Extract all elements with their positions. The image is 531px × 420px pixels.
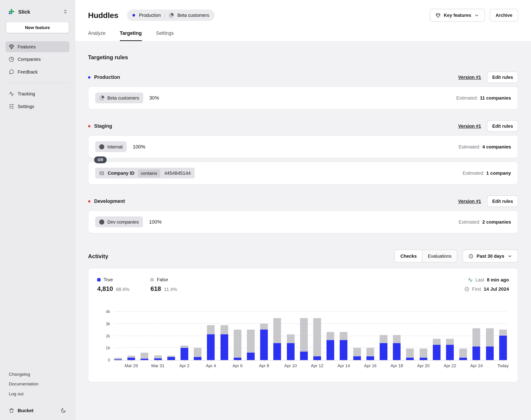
segment-pill[interactable]: Beta customers	[95, 92, 143, 103]
chevrons-up-down-icon[interactable]	[63, 9, 68, 14]
attribute-rule-pill[interactable]: Company ID contains 4454845144	[95, 168, 195, 179]
new-feature-button[interactable]: New feature	[6, 22, 69, 33]
x-axis-tick	[370, 360, 371, 361]
tab-settings[interactable]: Settings	[156, 30, 174, 41]
stacked-bar[interactable]	[419, 348, 427, 360]
stacked-bar[interactable]	[247, 330, 255, 360]
true-count: 4,810	[97, 285, 113, 293]
stacked-bar[interactable]	[180, 345, 188, 360]
chevron-down-icon	[474, 13, 479, 18]
stacked-bar[interactable]	[393, 335, 401, 360]
bar-slot: Apr 20	[419, 348, 427, 360]
stacked-bar[interactable]	[486, 328, 494, 360]
stacked-bar[interactable]	[154, 355, 162, 360]
bar-slot: Apr 24	[473, 328, 481, 360]
id-card-icon	[99, 171, 104, 176]
bar-segment-true	[234, 358, 241, 360]
stacked-bar[interactable]	[473, 328, 481, 360]
segment-circle-icon	[99, 144, 104, 149]
stacked-bar[interactable]	[313, 318, 321, 360]
stacked-bar[interactable]	[300, 318, 308, 360]
activity-chart-plot: 01k2k3k4kMar 29Mar 31Apr 2Apr 4Apr 6Apr …	[114, 312, 507, 360]
stacked-bar[interactable]	[287, 334, 295, 360]
stacked-bar[interactable]	[114, 358, 122, 360]
stacked-bar[interactable]	[207, 325, 215, 360]
page-title: Huddles	[88, 11, 118, 20]
sidebar-item-features[interactable]: Features	[5, 41, 70, 52]
edit-rules-button[interactable]: Edit rules	[487, 195, 518, 207]
toggle-checks[interactable]: Checks	[395, 250, 422, 262]
logout-link[interactable]: Log out	[9, 391, 66, 396]
stacked-bar[interactable]	[446, 339, 454, 360]
tab-targeting[interactable]: Targeting	[120, 30, 142, 41]
archive-button[interactable]: Archive	[490, 9, 518, 22]
sidebar-item-companies[interactable]: Companies	[5, 54, 70, 65]
bar-segment-false	[313, 318, 321, 356]
stacked-bar[interactable]	[194, 348, 202, 360]
stacked-bar[interactable]	[273, 318, 281, 360]
bar-segment-false	[220, 325, 228, 334]
x-axis-label: Today	[497, 363, 509, 368]
stacked-bar[interactable]	[380, 335, 387, 360]
sidebar-item-feedback[interactable]: Feedback	[5, 66, 70, 77]
legend-label: True	[104, 277, 113, 282]
rollout-percent: 100%	[149, 219, 162, 225]
version-link[interactable]: Version #1	[458, 199, 481, 204]
stacked-bar[interactable]	[220, 325, 228, 360]
sidebar-item-label: Feedback	[17, 69, 38, 74]
bar-segment-true	[340, 340, 348, 360]
stacked-bar[interactable]	[141, 353, 148, 360]
edit-rules-button[interactable]: Edit rules	[487, 120, 518, 132]
x-axis-label: Apr 16	[364, 363, 377, 368]
stacked-bar[interactable]	[234, 330, 241, 360]
bar-segment-false	[260, 323, 268, 330]
clock-icon	[468, 254, 473, 259]
x-axis-tick	[317, 360, 317, 361]
workspace-switcher[interactable]: Slick	[0, 0, 75, 22]
bar-segment-false	[380, 335, 387, 343]
badge-divider	[164, 13, 165, 18]
stacked-bar[interactable]	[459, 348, 467, 360]
bar-segment-true	[353, 356, 361, 360]
bar-segment-true	[380, 343, 387, 360]
toggle-evaluations[interactable]: Evaluations	[422, 250, 457, 262]
bar-segment-true	[220, 334, 228, 360]
segment-pill[interactable]: Internal	[95, 141, 127, 152]
dark-mode-toggle[interactable]	[61, 408, 66, 413]
date-range-dropdown[interactable]: Past 30 days	[463, 250, 518, 263]
bar-segment-false	[340, 332, 348, 340]
sidebar-item-settings[interactable]: Settings	[5, 101, 70, 112]
documentation-link[interactable]: Documentation	[9, 381, 66, 387]
stacked-bar[interactable]	[127, 356, 135, 360]
x-axis-tick	[476, 360, 477, 361]
stacked-bar[interactable]	[260, 323, 268, 360]
stacked-bar[interactable]	[367, 348, 374, 360]
sidebar-item-tracking[interactable]: Tracking	[5, 89, 70, 99]
version-link[interactable]: Version #1	[458, 123, 481, 129]
bar-segment-true	[287, 343, 295, 360]
gem-icon	[9, 44, 14, 50]
edit-rules-button[interactable]: Edit rules	[487, 72, 518, 83]
key-features-dropdown[interactable]: Key features	[430, 9, 485, 22]
stacked-bar[interactable]	[167, 356, 175, 360]
tab-analyze[interactable]: Analyze	[88, 30, 105, 41]
bar-segment-false	[353, 348, 361, 356]
segment-pill[interactable]: Dev companies	[95, 216, 143, 227]
stacked-bar[interactable]	[340, 332, 348, 360]
version-link[interactable]: Version #1	[458, 75, 481, 80]
production-dot-icon	[133, 14, 135, 16]
stacked-bar[interactable]	[326, 332, 334, 360]
sliders-icon	[9, 104, 14, 109]
stacked-bar[interactable]	[406, 348, 414, 360]
bar-segment-false	[127, 356, 135, 358]
activity-icon	[9, 91, 14, 97]
stacked-bar[interactable]	[353, 348, 361, 360]
env-section-production: Production Version #1 Edit rules Beta cu…	[88, 72, 518, 109]
stacked-bar[interactable]	[433, 339, 441, 360]
changelog-link[interactable]: Changelog	[9, 372, 66, 377]
stacked-bar[interactable]	[499, 330, 507, 360]
flag-status-badge[interactable]: Production Beta customers	[127, 9, 215, 21]
targeting-rules-heading: Targeting rules	[88, 54, 518, 61]
bar-slot	[114, 358, 122, 360]
tab-bar: Analyze Targeting Settings	[88, 22, 518, 41]
